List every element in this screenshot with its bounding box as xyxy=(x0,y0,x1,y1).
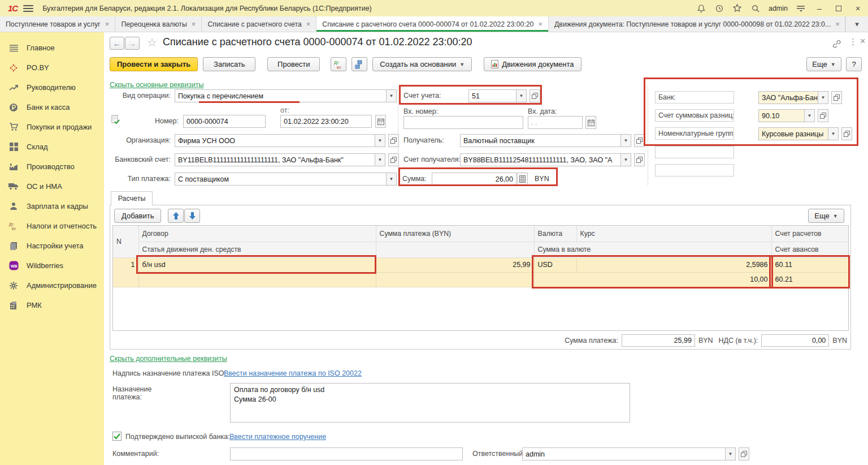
chevron-down-icon[interactable]: ▼ xyxy=(387,89,397,102)
chevron-down-icon[interactable]: ▼ xyxy=(818,91,828,104)
move-row-down-button[interactable] xyxy=(184,209,200,223)
recipient-account-field[interactable]: BY88BELB1111254811111111111, ЗАО, ЗАО "А… xyxy=(460,153,631,166)
create-based-on-button[interactable]: Создать на основании▼ xyxy=(372,57,472,71)
payment-type-field[interactable]: С поставщиком▼ xyxy=(175,173,397,186)
tab-currency-revaluation[interactable]: Переоценка валюты× xyxy=(115,16,202,32)
open-icon[interactable] xyxy=(841,127,852,140)
open-icon[interactable] xyxy=(634,134,645,147)
chevron-down-icon[interactable]: ▼ xyxy=(387,173,397,186)
col-advance-account[interactable]: Счет авансов xyxy=(771,242,848,257)
open-icon[interactable] xyxy=(739,447,749,460)
open-icon[interactable] xyxy=(388,134,399,147)
save-button[interactable]: Записать xyxy=(203,57,255,71)
chevron-down-icon[interactable]: ▼ xyxy=(621,153,631,166)
open-icon[interactable] xyxy=(634,153,645,166)
sidebar-item-sklad[interactable]: Склад xyxy=(0,137,104,157)
calculator-icon[interactable] xyxy=(517,173,528,186)
tab-close-icon[interactable]: × xyxy=(306,20,311,28)
cell-n[interactable]: 1 xyxy=(113,257,138,287)
col-currency[interactable]: Валюта xyxy=(534,226,576,242)
chevron-down-icon[interactable]: ▼ xyxy=(805,109,815,122)
chevron-down-icon[interactable]: ▼ xyxy=(726,447,736,460)
iso-purpose-link[interactable]: Ввести назначение платежа по ISO 20022 xyxy=(224,369,362,377)
sidebar-item-glavnoe[interactable]: Главное xyxy=(0,38,104,58)
calendar-icon[interactable] xyxy=(375,115,386,128)
favorite-star-icon[interactable]: ☆ xyxy=(147,36,157,49)
post-and-close-button[interactable]: Провести и закрыть xyxy=(110,57,198,71)
minimize-button[interactable]: – xyxy=(814,4,825,13)
dt-kt-button[interactable]: ДтКт xyxy=(331,57,346,71)
table-row[interactable]: 1 б/н usd 25,99 USD 2,5986 60.11 xyxy=(113,257,848,272)
search-icon[interactable] xyxy=(750,3,761,14)
cell-currency[interactable]: USD xyxy=(534,257,576,272)
bank-field[interactable]: ЗАО "Альфа-Банк"▼ xyxy=(758,91,828,104)
chevron-down-icon[interactable]: ▼ xyxy=(375,153,385,166)
amount-field[interactable]: 26,00 xyxy=(432,173,517,186)
sidebar-item-po-by[interactable]: PO.BY xyxy=(0,58,104,78)
col-cash-flow-item[interactable]: Статья движения ден. средств xyxy=(138,242,376,257)
close-form-icon[interactable]: × xyxy=(860,36,865,46)
maximize-button[interactable] xyxy=(833,4,844,13)
open-icon[interactable] xyxy=(388,153,399,166)
sidebar-item-nalogi-otchetnost[interactable]: ДтКт Налоги и отчетность xyxy=(0,216,104,236)
accounting-account-field[interactable]: 51▼ xyxy=(468,89,527,102)
hide-additional-attributes-link[interactable]: Скрыть дополнительные реквизиты xyxy=(110,355,227,363)
main-menu-icon[interactable] xyxy=(23,5,33,12)
organization-field[interactable]: Фирма УСН ООО▼ xyxy=(175,134,385,147)
col-contract[interactable]: Договор xyxy=(138,226,376,242)
tab-account-writeoff-document[interactable]: Списание с расчетного счета 0000-000074 … xyxy=(316,16,549,32)
tab-list-dropdown[interactable]: ▾ xyxy=(845,16,868,32)
nav-forward-button[interactable]: → xyxy=(125,37,140,50)
payment-order-link[interactable]: Ввести платежное поручение xyxy=(229,433,326,441)
tab-close-icon[interactable]: × xyxy=(192,20,196,28)
payment-purpose-field[interactable]: Оплата по договору б/н usd Сумма 26-00 xyxy=(230,383,630,423)
table-row[interactable]: 10,00 60.21 xyxy=(113,272,848,287)
nomenclature-groups-field[interactable]: Курсовые разницы▼ xyxy=(758,127,839,140)
sidebar-item-wildberries[interactable]: WB Wildberries xyxy=(0,256,104,275)
settlements-table[interactable]: N Договор Сумма платежа (BYN) Валюта Кур… xyxy=(112,225,849,331)
favorites-star-icon[interactable] xyxy=(732,3,743,14)
table-more-button[interactable]: Еще▼ xyxy=(808,209,844,223)
post-button[interactable]: Провести xyxy=(267,57,320,71)
cell-rate[interactable]: 2,5986 xyxy=(576,257,771,272)
operation-kind-field[interactable]: Покупка с перечислением▼ xyxy=(175,89,397,102)
sidebar-item-pokupki-prodazhi[interactable]: Покупки и продажи xyxy=(0,117,104,137)
chevron-down-icon[interactable]: ▼ xyxy=(828,127,839,140)
close-window-button[interactable]: × xyxy=(852,4,863,13)
chevron-down-icon[interactable]: ▼ xyxy=(375,134,385,147)
cell-contract[interactable]: б/н usd xyxy=(138,257,376,272)
col-rate[interactable]: Курс xyxy=(576,226,771,242)
cell-advance-account[interactable]: 60.21 xyxy=(771,272,848,287)
service-menu-icon[interactable] xyxy=(796,3,806,14)
tab-goods-receipt[interactable]: Поступление товаров и услуг× xyxy=(0,16,115,32)
incoming-date-field[interactable]: . . xyxy=(528,116,583,129)
col-payment-sum[interactable]: Сумма платежа (BYN) xyxy=(376,226,534,242)
confirmed-checkbox[interactable] xyxy=(112,432,121,441)
more-dots-icon[interactable]: ⋮ xyxy=(849,37,857,47)
form-more-button[interactable]: Еще▼ xyxy=(806,57,841,71)
tab-document-movements[interactable]: Движения документа: Поступление товаров … xyxy=(549,16,845,32)
incoming-number-field[interactable] xyxy=(403,116,523,129)
open-icon[interactable] xyxy=(831,91,842,104)
sidebar-item-os-i-nma[interactable]: ОС и НМА xyxy=(0,176,104,196)
cell-currency-sum[interactable]: 10,00 xyxy=(534,272,771,287)
sidebar-item-proizvodstvo[interactable]: Производство xyxy=(0,157,104,176)
tab-close-icon[interactable]: × xyxy=(105,20,110,28)
help-button[interactable]: ? xyxy=(846,57,862,71)
history-icon[interactable] xyxy=(714,3,724,14)
sidebar-item-rukovoditelyu[interactable]: Руководителю xyxy=(0,78,104,97)
document-structure-button[interactable] xyxy=(351,57,367,71)
sidebar-item-bank-i-kassa[interactable]: Банк и касса xyxy=(0,97,104,117)
move-row-up-button[interactable] xyxy=(168,209,184,223)
tab-settlements[interactable]: Расчеты xyxy=(111,191,153,205)
document-movements-button[interactable]: Движения документа xyxy=(484,57,581,71)
sidebar-item-administrirovanie[interactable]: Администрирование xyxy=(0,275,104,295)
sidebar-item-nastroyki-ucheta[interactable]: Настройки учета xyxy=(0,236,104,256)
sidebar-item-zarplata-kadry[interactable]: Зарплата и кадры xyxy=(0,196,104,216)
recipient-field[interactable]: Валютный поставщик▼ xyxy=(460,134,631,147)
cell-cash-flow-item[interactable] xyxy=(138,272,376,287)
cell-settlement-account[interactable]: 60.11 xyxy=(771,257,848,272)
number-field[interactable]: 0000-000074 xyxy=(183,115,266,128)
chevron-down-icon[interactable]: ▼ xyxy=(517,89,527,102)
notifications-bell-icon[interactable] xyxy=(696,3,706,14)
